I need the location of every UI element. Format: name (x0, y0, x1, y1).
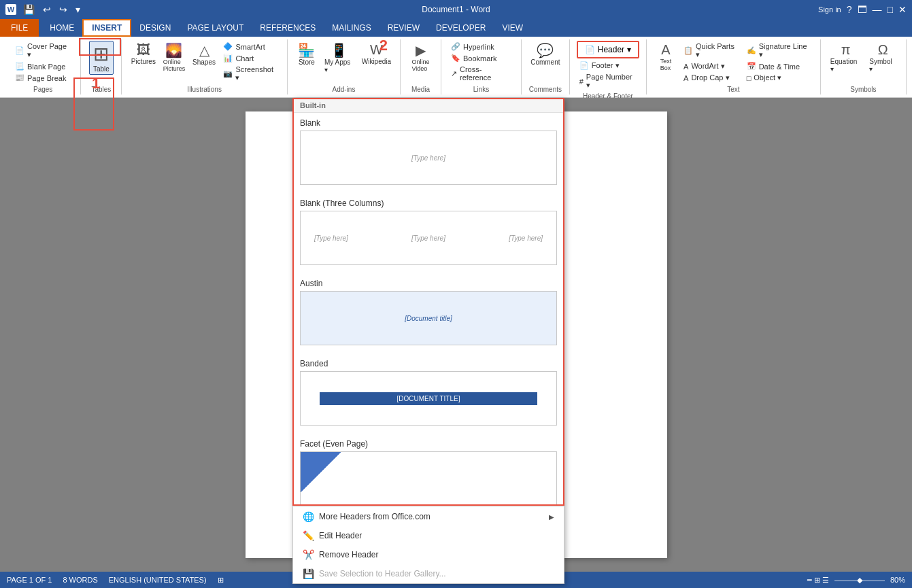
template-three-col-preview[interactable]: [Type here] [Type here] [Type here] (300, 211, 557, 265)
shapes-btn[interactable]: △ Shapes (190, 41, 218, 67)
tab-developer[interactable]: DEVELOPER (428, 19, 494, 37)
text-col2: ✍ Signature Line ▾ 📅 Date & Time □ Objec… (744, 41, 813, 84)
tab-home[interactable]: HOME (41, 19, 82, 37)
template-blank-preview[interactable]: [Type here] (300, 131, 557, 185)
online-pictures-icon: 🌄 (165, 42, 182, 58)
pictures-icon: 🖼 (137, 42, 150, 58)
date-time-btn[interactable]: 📅 Date & Time (744, 60, 813, 72)
text-box-btn[interactable]: A TextBox (654, 41, 678, 73)
sign-in[interactable]: Sign in (818, 5, 841, 14)
save-selection-icon: 💾 (303, 568, 314, 579)
remove-header-item[interactable]: ✂️ Remove Header (293, 545, 564, 564)
quick-parts-btn[interactable]: 📋 Quick Parts ▾ (681, 41, 741, 60)
blank-page-btn[interactable]: 📃 Blank Page (12, 60, 73, 72)
close-icon[interactable]: ✕ (898, 4, 907, 15)
text-box-icon: A (661, 42, 670, 58)
tab-insert[interactable]: INSERT (82, 19, 131, 37)
addins-items: 🏪 Store 📱 My Apps ▾ W Wikipedia (294, 41, 393, 84)
wikipedia-btn[interactable]: W Wikipedia (360, 41, 393, 67)
page-break-btn[interactable]: 📰 Page Break (12, 72, 73, 84)
illustrations-items: 🖼 Pictures 🌄 OnlinePictures △ Shapes 🔷 S… (129, 41, 280, 84)
dropdown-scrollable[interactable]: Built-in Blank [Type here] Blank (Three … (293, 99, 564, 506)
customize-qa-icon[interactable]: ▾ (73, 3, 83, 16)
online-video-btn[interactable]: ▶ OnlineVideo (409, 41, 433, 73)
tab-file[interactable]: FILE (0, 19, 39, 37)
pictures-btn[interactable]: 🖼 Pictures (129, 41, 158, 67)
screenshot-icon: 📷 (223, 69, 233, 78)
smartart-btn[interactable]: 🔷 SmartArt (220, 41, 280, 52)
austin-preview-content: [Document title] (301, 292, 556, 345)
template-facet-even-section: Facet (Even Page) (293, 434, 564, 506)
redo-icon[interactable]: ↪ (56, 3, 70, 16)
minimize-icon[interactable]: — (873, 4, 882, 15)
tab-view[interactable]: VIEW (494, 19, 531, 37)
equation-btn[interactable]: π Equation ▾ (828, 41, 864, 74)
online-video-icon: ▶ (416, 42, 426, 58)
zoom-slider[interactable]: ———◆——— (834, 576, 885, 585)
more-headers-item[interactable]: 🌐 More Headers from Office.com ▶ (293, 507, 564, 526)
facet-corner-shape (301, 452, 341, 493)
template-blank-name: Blank (300, 118, 557, 128)
pages-items: 📄 Cover Page ▾ 📃 Blank Page 📰 Page Break (12, 41, 73, 84)
bookmark-btn[interactable]: 🔖 Bookmark (448, 52, 514, 64)
cover-page-btn[interactable]: 📄 Cover Page ▾ (12, 41, 73, 60)
chart-icon: 📊 (223, 54, 233, 63)
undo-icon[interactable]: ↩ (40, 3, 54, 16)
store-icon: 🏪 (298, 42, 315, 58)
header-icon: 📄 (585, 45, 595, 54)
symbol-btn[interactable]: Ω Symbol ▾ (866, 41, 899, 74)
date-time-icon: 📅 (747, 62, 756, 71)
footer-btn[interactable]: 📄 Footer ▾ (577, 60, 639, 71)
dropdown-footer: 🌐 More Headers from Office.com ▶ ✏️ Edit… (293, 506, 564, 583)
tab-references[interactable]: REFERENCES (252, 19, 324, 37)
edit-header-icon: ✏️ (303, 530, 314, 541)
template-facet-even-preview[interactable] (300, 451, 557, 506)
symbol-icon: Ω (878, 42, 888, 58)
object-btn[interactable]: □ Object ▾ (744, 72, 813, 84)
ribbon-group-header-footer: 📄 Header ▾ 📄 Footer ▾ # Page Number ▾ He… (570, 39, 647, 94)
save-icon[interactable]: 💾 (20, 3, 37, 16)
restore-icon[interactable]: 🗖 (858, 4, 867, 15)
table-btn[interactable]: ⊞ Table (89, 41, 114, 75)
tab-mailings[interactable]: MAILINGS (324, 19, 379, 37)
wordart-icon: A (683, 63, 688, 71)
links-col: 🔗 Hyperlink 🔖 Bookmark ↗ Cross-reference (448, 41, 514, 83)
tab-design[interactable]: DESIGN (131, 19, 179, 37)
header-btn[interactable]: 📄 Header ▾ (577, 41, 639, 58)
layout-icon[interactable]: ⊞ (218, 576, 224, 585)
tab-review[interactable]: REVIEW (379, 19, 428, 37)
edit-header-item[interactable]: ✏️ Edit Header (293, 526, 564, 545)
ribbon: 📄 Cover Page ▾ 📃 Blank Page 📰 Page Break… (0, 37, 912, 98)
chart-btn[interactable]: 📊 Chart (220, 52, 280, 64)
header-footer-col: 📄 Header ▾ 📄 Footer ▾ # Page Number ▾ (577, 41, 639, 91)
tab-page-layout[interactable]: PAGE LAYOUT (179, 19, 252, 37)
help-icon[interactable]: ? (847, 4, 852, 15)
three-col-placeholder-1: [Type here] (314, 235, 348, 242)
more-headers-icon: 🌐 (303, 511, 314, 522)
hyperlink-btn[interactable]: 🔗 Hyperlink (448, 41, 514, 52)
page-number-btn[interactable]: # Page Number ▾ (577, 71, 639, 91)
header-dropdown-panel: Built-in Blank [Type here] Blank (Three … (292, 98, 564, 584)
footer-icon: 📄 (579, 61, 589, 70)
store-btn[interactable]: 🏪 Store (294, 41, 319, 67)
template-austin-preview[interactable]: [Document title] (300, 291, 557, 345)
wordart-btn[interactable]: A WordArt ▾ (681, 60, 741, 72)
screenshot-btn[interactable]: 📷 Screenshot ▾ (220, 64, 280, 84)
header-footer-items: 📄 Header ▾ 📄 Footer ▾ # Page Number ▾ (577, 41, 639, 91)
blank-placeholder: [Type here] (411, 154, 445, 162)
online-pictures-btn[interactable]: 🌄 OnlinePictures (161, 41, 187, 73)
template-austin-name: Austin (300, 279, 557, 288)
drop-cap-btn[interactable]: A Drop Cap ▾ (681, 72, 741, 84)
maximize-icon[interactable]: □ (888, 4, 893, 15)
ribbon-group-tables: ⊞ Table Tables (81, 39, 122, 94)
cross-reference-btn[interactable]: ↗ Cross-reference (448, 64, 514, 83)
template-banded-preview[interactable]: [DOCUMENT TITLE] (300, 371, 557, 426)
shapes-icon: △ (199, 42, 209, 58)
my-apps-btn[interactable]: 📱 My Apps ▾ (322, 41, 357, 75)
page-number-icon: # (579, 77, 584, 86)
comment-btn[interactable]: 💬 Comment (528, 41, 562, 67)
signature-line-btn[interactable]: ✍ Signature Line ▾ (744, 41, 813, 60)
document-title: Document1 - Word (422, 5, 490, 14)
main-area: Cách tạo Header và Footer trong Word Sfo… (0, 98, 912, 572)
template-facet-even-name: Facet (Even Page) (300, 439, 557, 449)
